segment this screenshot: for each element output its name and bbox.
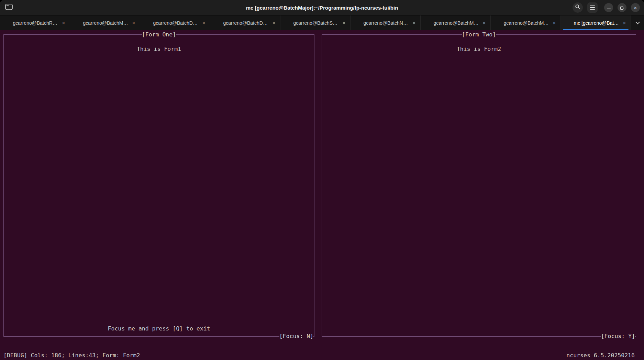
hamburger-menu-icon (590, 5, 595, 10)
minimize-button[interactable] (604, 3, 613, 12)
chevron-down-icon (635, 20, 640, 24)
tab-6-gcarreno-batchn[interactable]: gcarreno@BatchN… × (351, 15, 421, 30)
tab-8-gcarreno-batchm[interactable]: gcarreno@BatchM… × (491, 15, 561, 30)
restore-button[interactable] (618, 3, 626, 12)
tab-label: gcarreno@BatchM… (499, 20, 553, 26)
search-icon (575, 4, 580, 11)
form-one-focus-badge: [Focus: N] (279, 333, 313, 340)
tab-label: gcarreno@BatchD… (219, 20, 272, 26)
form-one-title: [Form One] (142, 31, 176, 38)
tab-label: gcarreno@BatchM… (78, 20, 132, 26)
tab-close-icon[interactable]: × (621, 20, 628, 26)
tab-3-gcarreno-batchd[interactable]: gcarreno@BatchD… × (140, 15, 210, 30)
tab-close-icon[interactable]: × (131, 20, 137, 26)
close-button[interactable]: × (631, 3, 640, 12)
tab-9-mc-active[interactable]: mc [gcarreno@Bat… × (561, 15, 631, 30)
tab-close-icon[interactable]: × (201, 20, 207, 26)
tab-close-icon[interactable]: × (411, 20, 417, 26)
tab-overflow-button[interactable] (631, 15, 644, 30)
tab-label: gcarreno@BatchS… (289, 20, 342, 26)
form-two-focus-badge: [Focus: Y] (601, 333, 635, 340)
titlebar[interactable]: mc [gcarreno@BatchMajor]:~/Programming/f… (0, 0, 644, 15)
form-two-title: [Form Two] (462, 31, 496, 38)
new-terminal-button[interactable] (3, 2, 14, 13)
window-title: mc [gcarreno@BatchMajor]:~/Programming/f… (246, 5, 398, 11)
tab-1-gcarreno-batchr[interactable]: gcarreno@BatchR… × (0, 15, 70, 30)
tab-close-icon[interactable]: × (271, 20, 277, 26)
tab-close-icon[interactable]: × (341, 20, 347, 26)
form-two-body-text: This is Form2 (322, 45, 636, 53)
terminal-screen[interactable]: [Form One] This is Form1 Focus me and pr… (0, 30, 644, 360)
tab-label: gcarreno@BatchN… (359, 20, 412, 26)
minimize-icon (607, 9, 611, 9)
tab-label: gcarreno@BatchD… (148, 20, 202, 26)
tab-2-gcarreno-batchm[interactable]: gcarreno@BatchM… × (70, 15, 140, 30)
tab-close-icon[interactable]: × (551, 20, 557, 26)
close-icon: × (634, 5, 637, 10)
form-two-panel: [Form Two] This is Form2 [Focus: Y] (322, 34, 636, 337)
titlebar-controls: × (573, 2, 640, 13)
tab-5-gcarreno-batchs[interactable]: gcarreno@BatchS… × (280, 15, 351, 30)
restore-icon (620, 6, 624, 10)
tab-label: gcarreno@BatchM… (429, 20, 482, 26)
ncurses-version-text: ncurses 6.5.20250216 (566, 352, 635, 359)
debug-status-left: [DEBUG] Cols: 186; Lines:43; Form: Form2 (3, 352, 140, 359)
menu-button[interactable] (587, 2, 598, 13)
tab-4-gcarreno-batchd[interactable]: gcarreno@BatchD… × (210, 15, 280, 30)
terminal-window: mc [gcarreno@BatchMajor]:~/Programming/f… (0, 0, 644, 360)
tab-close-icon[interactable]: × (60, 20, 67, 26)
debug-status-line: [DEBUG] Cols: 186; Lines:43; Form: Form2… (3, 352, 635, 359)
tab-label: mc [gcarreno@Bat… (569, 20, 623, 26)
terminal-app-icon (5, 4, 13, 11)
search-button[interactable] (573, 2, 583, 13)
tab-7-gcarreno-batchm[interactable]: gcarreno@BatchM… × (421, 15, 491, 30)
form-one-hint-text: Focus me and press [Q] to exit (4, 325, 314, 333)
tab-bar: gcarreno@BatchR… × gcarreno@BatchM… × gc… (0, 15, 644, 30)
tab-close-icon[interactable]: × (481, 20, 487, 26)
form-one-body-text: This is Form1 (4, 45, 314, 53)
form-one-panel: [Form One] This is Form1 Focus me and pr… (3, 34, 314, 337)
tab-label: gcarreno@BatchR… (8, 20, 62, 26)
